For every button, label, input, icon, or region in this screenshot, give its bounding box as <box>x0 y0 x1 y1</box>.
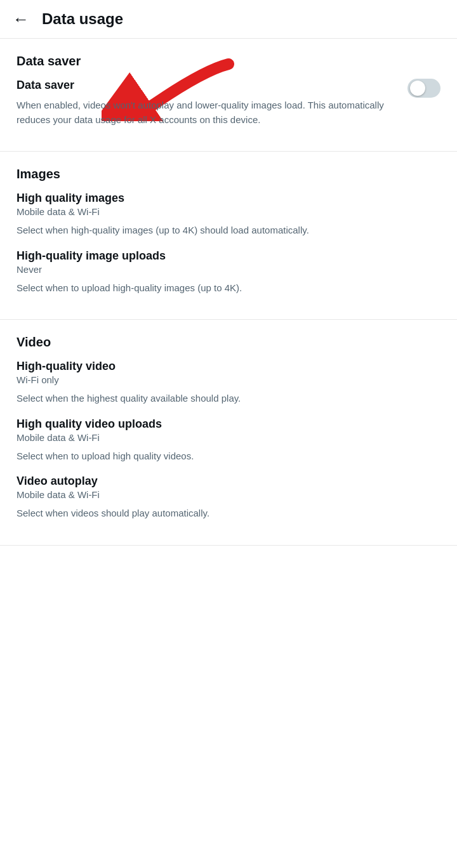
data-saver-row: Data saver When enabled, videos won't au… <box>17 79 440 138</box>
high-quality-video-uploads-value: Mobile data & Wi-Fi <box>17 432 440 443</box>
high-quality-images-item[interactable]: High quality images Mobile data & Wi-Fi … <box>17 192 440 238</box>
high-quality-image-uploads-label: High-quality image uploads <box>17 249 440 263</box>
high-quality-images-label: High quality images <box>17 192 440 205</box>
high-quality-video-value: Wi-Fi only <box>17 374 440 385</box>
video-section: Video High-quality video Wi-Fi only Sele… <box>0 320 457 546</box>
high-quality-video-uploads-label: High quality video uploads <box>17 418 440 431</box>
images-section-title: Images <box>17 167 440 181</box>
data-saver-content: Data saver When enabled, videos won't au… <box>17 79 397 138</box>
high-quality-video-item[interactable]: High-quality video Wi-Fi only Select whe… <box>17 360 440 406</box>
header: ← Data usage <box>0 0 457 39</box>
video-autoplay-description: Select when videos should play automatic… <box>17 506 440 521</box>
back-button[interactable]: ← <box>13 11 29 27</box>
high-quality-video-description: Select when the highest quality availabl… <box>17 391 440 406</box>
data-saver-section: Data saver Data saver When enabled, vide… <box>0 39 457 152</box>
data-saver-toggle-container[interactable] <box>407 79 440 98</box>
high-quality-images-value: Mobile data & Wi-Fi <box>17 206 440 217</box>
images-section: Images High quality images Mobile data &… <box>0 152 457 320</box>
high-quality-image-uploads-description: Select when to upload high-quality image… <box>17 281 440 296</box>
page-title: Data usage <box>42 10 123 28</box>
high-quality-image-uploads-item[interactable]: High-quality image uploads Never Select … <box>17 249 440 296</box>
data-saver-section-title: Data saver <box>17 54 440 69</box>
data-saver-toggle[interactable] <box>407 79 440 98</box>
data-saver-label: Data saver <box>17 79 397 92</box>
high-quality-video-uploads-description: Select when to upload high quality video… <box>17 449 440 464</box>
data-saver-description: When enabled, videos won't autoplay and … <box>17 98 397 127</box>
high-quality-image-uploads-value: Never <box>17 264 440 275</box>
video-autoplay-value: Mobile data & Wi-Fi <box>17 489 440 500</box>
video-autoplay-item[interactable]: Video autoplay Mobile data & Wi-Fi Selec… <box>17 475 440 521</box>
high-quality-images-description: Select when high-quality images (up to 4… <box>17 223 440 238</box>
video-autoplay-label: Video autoplay <box>17 475 440 488</box>
high-quality-video-label: High-quality video <box>17 360 440 373</box>
video-section-title: Video <box>17 335 440 350</box>
toggle-knob <box>410 81 425 96</box>
high-quality-video-uploads-item[interactable]: High quality video uploads Mobile data &… <box>17 418 440 464</box>
